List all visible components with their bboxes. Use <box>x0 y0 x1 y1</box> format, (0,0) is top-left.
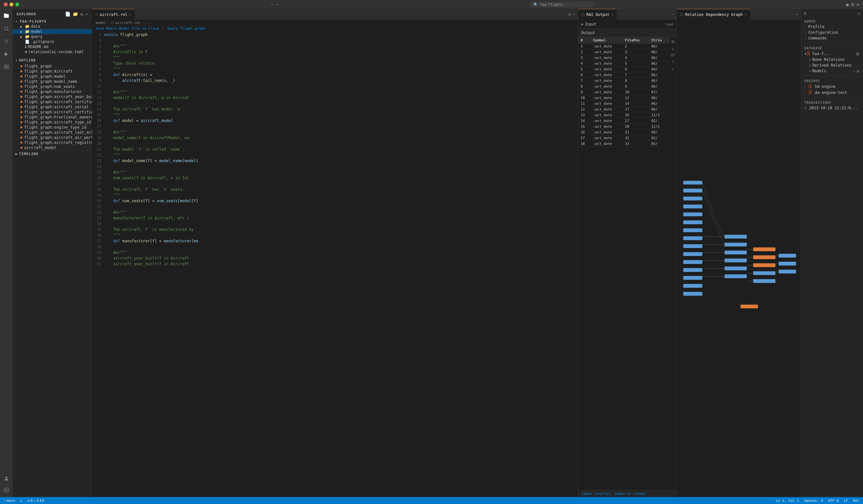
outline-item-aircraft[interactable]: flight_graph:Aircraft <box>13 69 92 74</box>
tab-rdg[interactable]: ⬡ Relation Dependency Graph ✕ <box>677 9 750 20</box>
outline-item-cert[interactable]: flight_graph:aircraft_certification <box>13 99 92 104</box>
outline-item-year-built[interactable]: flight_graph:aircraft_year_built <box>13 94 92 99</box>
rs-transaction-item[interactable]: ↻ 2023-10-18 22:22:0... <box>801 105 863 111</box>
split-icon[interactable]: ⧉ <box>851 2 854 7</box>
more-icon[interactable]: ⋯ <box>85 11 88 16</box>
trash-icon[interactable]: 🗑 <box>856 69 860 73</box>
rs-settings-icon[interactable]: ⚙ <box>804 11 806 16</box>
open-locally-link[interactable]: [open locally] <box>581 492 611 496</box>
maximize-window-button[interactable] <box>15 2 19 7</box>
settings-activity-icon[interactable] <box>1 484 12 496</box>
explorer-activity-icon[interactable] <box>1 10 12 22</box>
outline-item-engine-type[interactable]: flight_graph:engine_type_id <box>13 125 92 130</box>
sidebar-item-gitignore[interactable]: 📄 .gitignore <box>13 39 92 44</box>
spaces-item[interactable]: Spaces: 4 <box>803 499 824 503</box>
outline-item-type-id[interactable]: flight_graph:aircraft_type_id <box>13 120 92 125</box>
new-folder-icon[interactable]: 📁 <box>73 11 78 16</box>
outline-item-frac[interactable]: flight_graph:Fractional_ownersh... <box>13 115 92 120</box>
outline-item-num-seats[interactable]: flight_graph:num_seats <box>13 84 92 89</box>
sidebar-item-label: data <box>31 24 40 29</box>
sidebar-item-model[interactable]: ▶ 📁 model <box>13 29 92 34</box>
rs-base-relations-item[interactable]: › Base Relations <box>801 57 863 62</box>
col-header-symbol: Symbol <box>590 37 622 43</box>
tab-close-button[interactable]: ✕ <box>129 13 131 16</box>
outline-header[interactable]: ▾ OUTLINE <box>13 57 92 64</box>
outline-item-model-name[interactable]: flight_graph:model_name <box>13 79 92 84</box>
graph-node <box>778 270 796 273</box>
run-activity-icon[interactable] <box>1 48 12 60</box>
outline-item-label: flight_graph:aircraft_type_id <box>24 120 91 125</box>
rs-models-item[interactable]: › Models ⬆ 🗑 <box>801 68 863 74</box>
rs-close-icon[interactable]: ✕ <box>858 11 861 16</box>
account-activity-icon[interactable] <box>1 473 12 484</box>
outline-item-model[interactable]: flight_graph:model <box>13 74 92 79</box>
close-window-button[interactable] <box>4 2 8 7</box>
open-in-cloud-link[interactable]: [open in cloud] <box>614 492 646 496</box>
title-search[interactable]: 🔍 faa-flights <box>530 2 594 7</box>
delete-db-icon[interactable]: 🗑 <box>856 52 860 56</box>
outline-item-cert2[interactable]: flight_graph:aircraft_certificatio... <box>13 109 92 115</box>
back-button[interactable]: ← <box>271 2 273 7</box>
tab-rai-output[interactable]: ⬡ RAI Output ✕ <box>578 9 617 20</box>
layout-icon[interactable]: ▣ <box>846 2 849 7</box>
line-ending-item[interactable]: LF <box>843 499 849 503</box>
new-file-icon[interactable]: 📄 <box>65 11 71 16</box>
more-actions-icon[interactable]: ⋯ <box>573 12 575 16</box>
workspace-header[interactable]: ▾ FAA-FLIGHTS <box>13 19 92 24</box>
rs-hd-engine-item[interactable]: › 🗄 hd-engine <box>801 83 863 89</box>
expand-icon[interactable]: ▶ <box>581 22 584 26</box>
rs-db-row[interactable]: ▾ 🗄 faa-f... 🗑 <box>801 51 863 57</box>
outline-item-serial[interactable]: flight_graph:aircraft_serial <box>13 104 92 109</box>
rdg-more-icon[interactable]: ⋯ <box>796 12 801 16</box>
rs-configuration-item[interactable]: › Configuration <box>801 30 863 35</box>
outline-item-registrant[interactable]: flight_graph:aircraft_registrant_... <box>13 140 92 145</box>
folder-icon: 📁 <box>25 24 30 29</box>
minimize-window-button[interactable] <box>10 2 13 7</box>
tab-aircraft-rel[interactable]: ⬡ aircraft.rel ✕ <box>92 9 135 20</box>
code-line: 24 <box>92 164 578 169</box>
branch-item[interactable]: ⑂ main <box>2 499 16 503</box>
output-table[interactable]: # Symbol FilePos Strin 1:act_date206/2:a… <box>578 37 670 490</box>
rs-derived-relations-item[interactable]: › Derived Relations <box>801 62 863 68</box>
sidebar-item-data[interactable]: ▶ 📁 data <box>13 24 92 29</box>
sync-item[interactable]: ↻ <box>20 499 24 503</box>
cursor-position-item[interactable]: Ln 1, Col 1 <box>775 499 800 503</box>
rdg-tab-close-button[interactable]: ✕ <box>745 13 747 16</box>
query-action[interactable]: Query flight_graph <box>167 26 205 30</box>
rs-da-engine-item[interactable]: › 🗄 da-engine-test <box>801 89 863 95</box>
outline-item-aircraft-model[interactable]: aircraft_model <box>13 145 92 150</box>
upload-icon[interactable]: ⬆ <box>853 69 855 73</box>
timeline-header[interactable]: ▶ TIMELINE <box>13 150 92 157</box>
refresh-icon[interactable]: ↻ <box>80 11 83 16</box>
sidebar-item-readme[interactable]: ℹ README.md <box>13 44 92 49</box>
forward-button[interactable]: → <box>276 2 278 7</box>
send-to-cloud-action[interactable]: Send Whole Model File to Cloud <box>96 26 159 30</box>
download-icon[interactable]: ⬇ <box>671 46 675 52</box>
language-item[interactable]: Rel <box>852 499 861 503</box>
panel-more-icon[interactable]: ⋯ <box>672 12 677 16</box>
rs-profile-item[interactable]: › Profile <box>801 24 863 30</box>
outline-item-air-worth[interactable]: flight_graph:aircraft_air_worth_... <box>13 135 92 140</box>
scroll-down-icon[interactable]: ↓ <box>671 66 675 72</box>
outline-dot <box>21 101 22 103</box>
search-activity-icon[interactable] <box>1 23 12 34</box>
copy-icon[interactable]: ⧉ <box>671 39 675 45</box>
hd-engine-chevron: › <box>804 85 806 88</box>
errors-item[interactable]: ⊘ 0 ⚠ 0 ℹ 0 <box>26 499 45 503</box>
code-editor[interactable]: 1module flight_graph 2 3 doc""" 4 Aircra… <box>92 32 578 497</box>
outline-item-flight-graph[interactable]: flight_graph <box>13 64 92 69</box>
scroll-up-icon[interactable]: ↑ <box>671 58 675 64</box>
source-control-activity-icon[interactable] <box>1 36 12 47</box>
sidebar-item-toml[interactable]: ⚙ relationalai-vscode.toml <box>13 49 92 54</box>
folder-icon: 📁 <box>25 34 30 39</box>
rs-commands-item[interactable]: › Commands <box>801 35 863 41</box>
sidebar-item-query[interactable]: ▶ 📁 query <box>13 34 92 39</box>
outline-item-last-action[interactable]: flight_graph:aircraft_last_action... <box>13 130 92 135</box>
panel-tab-close-button[interactable]: ✕ <box>611 13 613 16</box>
outline-item-manufacturer[interactable]: flight_graph:manufacturer <box>13 89 92 94</box>
outline-dot <box>21 70 22 72</box>
split-editor-icon[interactable]: ⧉ <box>568 12 571 16</box>
extensions-activity-icon[interactable] <box>1 61 12 73</box>
encoding-item[interactable]: UTF-8 <box>827 499 840 503</box>
menu-icon[interactable]: ≡ <box>856 2 859 7</box>
